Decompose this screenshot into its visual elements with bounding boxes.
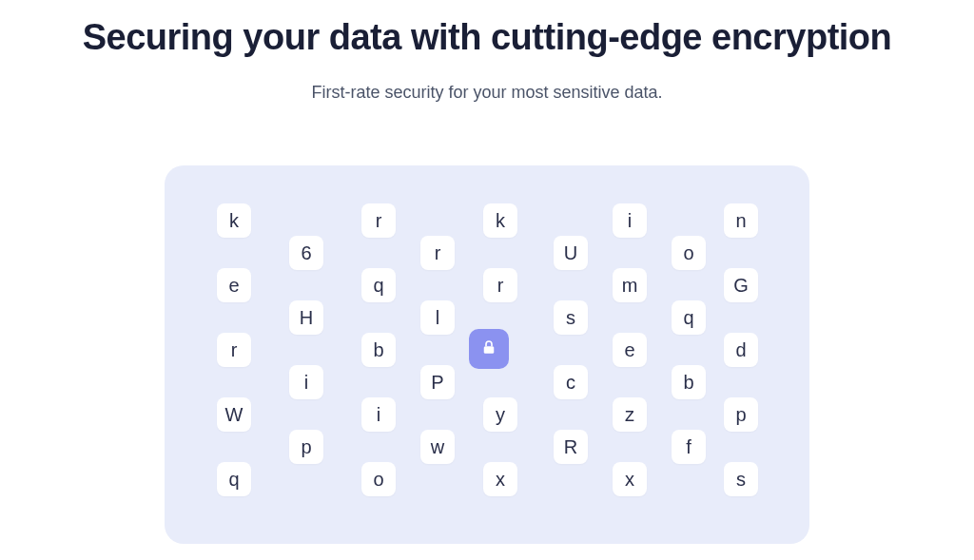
cipher-tile-char: k — [496, 210, 505, 232]
cipher-tile: y — [483, 397, 517, 432]
cipher-tile-char: H — [300, 307, 313, 329]
cipher-tile-char: p — [301, 436, 311, 458]
cipher-tile: i — [289, 365, 323, 399]
lock-tile — [469, 329, 509, 369]
cipher-tile-char: c — [566, 372, 575, 394]
cipher-tile-char: P — [431, 372, 443, 394]
cipher-tile-char: o — [683, 242, 693, 264]
cipher-tile-char: r — [497, 275, 504, 297]
cipher-tile: r — [361, 203, 396, 238]
encryption-illustration-panel: kerWq6HiprqbiorlPwkryxUscRimezxoqbfnGdps — [165, 165, 809, 544]
cipher-tile-char: z — [625, 404, 634, 426]
cipher-tile-char: G — [733, 275, 749, 297]
cipher-tile-char: n — [735, 210, 746, 232]
cipher-tile: s — [724, 462, 758, 496]
cipher-tile-char: r — [435, 242, 441, 264]
cipher-tile: U — [554, 236, 588, 270]
cipher-tile: k — [483, 203, 517, 238]
cipher-tile-char: l — [436, 307, 439, 329]
cipher-tile: o — [361, 462, 396, 496]
cipher-tile: i — [613, 203, 647, 238]
cipher-tile: i — [361, 397, 396, 432]
cipher-tile-char: o — [373, 469, 383, 491]
cipher-tile-char: r — [231, 339, 238, 361]
page-heading: Securing your data with cutting-edge enc… — [83, 17, 892, 58]
cipher-tile-char: U — [564, 242, 577, 264]
cipher-tile: x — [613, 462, 647, 496]
cipher-tile-char: m — [622, 275, 638, 297]
cipher-tile: l — [420, 300, 455, 335]
cipher-tile: q — [672, 300, 706, 335]
cipher-tile-char: W — [225, 404, 244, 426]
page-subheading: First-rate security for your most sensit… — [311, 83, 662, 103]
cipher-tile: b — [672, 365, 706, 399]
svg-rect-0 — [484, 346, 495, 354]
cipher-tile: w — [420, 430, 455, 464]
cipher-tile: n — [724, 203, 758, 238]
cipher-tile: 6 — [289, 236, 323, 270]
cipher-tile-char: e — [624, 339, 634, 361]
cipher-tile: W — [217, 397, 251, 432]
cipher-tile: o — [672, 236, 706, 270]
cipher-tile: x — [483, 462, 517, 496]
cipher-tile: r — [420, 236, 455, 270]
cipher-tile: f — [672, 430, 706, 464]
cipher-tile-char: p — [735, 404, 746, 426]
cipher-tile: e — [613, 333, 647, 367]
cipher-tile-char: y — [496, 404, 505, 426]
cipher-tile: z — [613, 397, 647, 432]
cipher-tile-char: s — [736, 469, 746, 491]
cipher-tile-char: 6 — [301, 242, 311, 264]
cipher-tile-char: q — [228, 469, 239, 491]
cipher-tile-char: x — [496, 469, 505, 491]
cipher-tile: c — [554, 365, 588, 399]
cipher-tile: r — [217, 333, 251, 367]
cipher-tile: k — [217, 203, 251, 238]
cipher-tile: e — [217, 268, 251, 302]
cipher-tile-char: b — [683, 372, 693, 394]
cipher-tile: m — [613, 268, 647, 302]
cipher-tile-char: e — [228, 275, 239, 297]
cipher-tile: s — [554, 300, 588, 335]
cipher-tile-char: f — [686, 436, 692, 458]
cipher-tile: p — [724, 397, 758, 432]
page-container: Securing your data with cutting-edge enc… — [0, 0, 974, 544]
cipher-tile-char: i — [304, 372, 308, 394]
cipher-tile: P — [420, 365, 455, 399]
cipher-tile-char: s — [566, 307, 575, 329]
cipher-tile: q — [217, 462, 251, 496]
cipher-tile: H — [289, 300, 323, 335]
cipher-tile-char: q — [683, 307, 693, 329]
cipher-tile-char: i — [628, 210, 632, 232]
cipher-tile: R — [554, 430, 588, 464]
cipher-tile: r — [483, 268, 517, 302]
cipher-tile-char: w — [431, 436, 444, 458]
cipher-tile-char: k — [229, 210, 239, 232]
cipher-tile-char: q — [373, 275, 383, 297]
cipher-tile-char: b — [373, 339, 383, 361]
cipher-tile-char: d — [735, 339, 746, 361]
cipher-tile: G — [724, 268, 758, 302]
cipher-tile-char: R — [564, 436, 577, 458]
cipher-tile-char: i — [377, 404, 380, 426]
cipher-tile: b — [361, 333, 396, 367]
cipher-tile: q — [361, 268, 396, 302]
cipher-tile: d — [724, 333, 758, 367]
cipher-tile-char: r — [376, 210, 382, 232]
cipher-tile-char: x — [625, 469, 634, 491]
cipher-tile: p — [289, 430, 323, 464]
lock-icon — [480, 338, 497, 359]
